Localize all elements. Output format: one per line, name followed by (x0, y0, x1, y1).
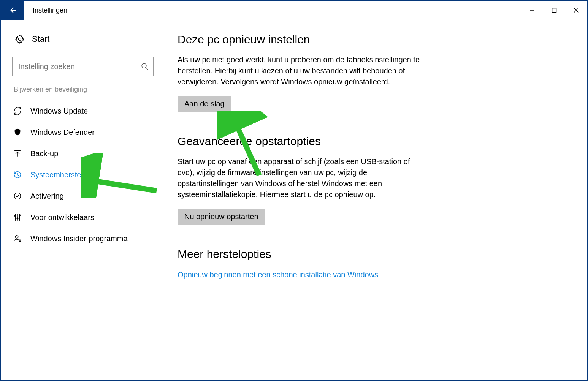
nav-item-voor-ontwikkelaars[interactable]: Voor ontwikkelaars (0, 207, 158, 228)
nav-label: Windows Insider-programma (30, 234, 128, 243)
upload-icon (10, 149, 25, 158)
title-bar-left: Instellingen (1, 1, 67, 20)
svg-point-2 (142, 63, 146, 68)
svg-point-6 (19, 215, 21, 216)
arrow-left-icon (8, 6, 17, 14)
check-circle-icon (10, 192, 25, 200)
nav-item-activering[interactable]: Activering (0, 185, 158, 207)
close-button[interactable] (565, 1, 587, 20)
search-input[interactable] (17, 62, 141, 71)
section-heading: Geavanceerde opstartopties (178, 135, 421, 148)
clean-install-link[interactable]: Opnieuw beginnen met een schone installa… (178, 269, 421, 280)
content: Deze pc opnieuw instellen Als uw pc niet… (162, 20, 587, 380)
nav-item-windows-update[interactable]: Windows Update (0, 100, 158, 122)
close-icon (574, 8, 579, 13)
nav-item-backup[interactable]: Back-up (0, 143, 158, 164)
section-advanced-startup: Geavanceerde opstartopties Start uw pc o… (178, 135, 421, 225)
section-body: Start uw pc op vanaf een apparaat of sch… (178, 156, 421, 200)
get-started-button[interactable]: Aan de slag (178, 96, 231, 112)
section-heading: Deze pc opnieuw instellen (178, 33, 421, 46)
window-controls (521, 1, 587, 20)
search-icon (141, 63, 149, 70)
home-label: Start (32, 34, 49, 44)
nav-item-systeemherstel[interactable]: Systeemherstel (0, 164, 158, 185)
body: Start Bijwerken en beveiliging Windows U… (1, 20, 587, 380)
group-title: Bijwerken en beveiliging (14, 85, 158, 93)
tools-icon (10, 213, 25, 221)
nav-label: Activering (30, 192, 64, 201)
svg-rect-0 (552, 8, 556, 13)
title-bar: Instellingen (1, 1, 587, 20)
nav-items: Windows Update Windows Defender Back-up (8, 100, 158, 249)
sync-icon (10, 107, 25, 115)
section-reset-pc: Deze pc opnieuw instellen Als uw pc niet… (178, 33, 421, 112)
restart-now-button[interactable]: Nu opnieuw opstarten (178, 209, 265, 225)
minimize-button[interactable] (521, 1, 543, 20)
svg-point-7 (16, 236, 18, 238)
nav-item-windows-insider[interactable]: Windows Insider-programma (0, 228, 158, 249)
svg-point-5 (17, 218, 18, 219)
gear-icon (12, 34, 27, 44)
section-more-recovery: Meer herstelopties Opnieuw beginnen met … (178, 248, 421, 280)
maximize-button[interactable] (543, 1, 565, 20)
minimize-icon (529, 8, 535, 13)
sidebar: Start Bijwerken en beveiliging Windows U… (1, 20, 162, 380)
back-button[interactable] (1, 1, 24, 20)
search-box[interactable] (12, 57, 154, 76)
nav-item-windows-defender[interactable]: Windows Defender (0, 122, 158, 143)
svg-point-3 (14, 193, 21, 199)
nav-label: Windows Update (30, 107, 88, 115)
svg-point-4 (15, 215, 16, 217)
section-heading: Meer herstelopties (178, 248, 421, 261)
settings-window: Instellingen Start (0, 0, 588, 381)
home-row[interactable]: Start (8, 30, 158, 48)
nav-label: Windows Defender (30, 128, 95, 137)
svg-point-1 (19, 38, 21, 41)
nav-label: Voor ontwikkelaars (30, 213, 94, 222)
person-icon (10, 234, 25, 243)
section-body: Als uw pc niet goed werkt, kunt u prober… (178, 54, 421, 87)
nav-label: Back-up (30, 149, 58, 158)
shield-icon (10, 128, 25, 136)
nav-label: Systeemherstel (30, 171, 83, 179)
app-title: Instellingen (33, 6, 67, 14)
maximize-icon (552, 8, 557, 13)
history-icon (10, 171, 25, 179)
